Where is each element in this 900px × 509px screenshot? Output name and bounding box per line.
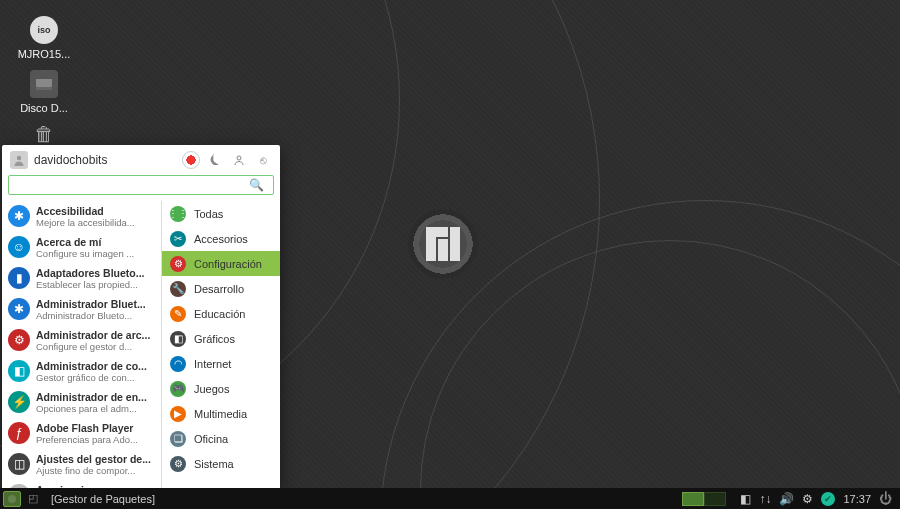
app-desc: Configure el gestor d... — [36, 341, 150, 352]
svg-point-2 — [17, 156, 21, 160]
avatar-icon[interactable] — [10, 151, 28, 169]
desktop-icon-label: Disco D... — [16, 102, 72, 114]
power-icon[interactable]: ⏻ — [879, 491, 892, 506]
taskbar-window-button[interactable]: [Gestor de Paquetes] — [45, 491, 161, 507]
app-item[interactable]: ▮ Adaptadores Blueto... Establecer las p… — [2, 263, 161, 294]
app-item[interactable]: ✱ Accesibilidad Mejore la accesibilida..… — [2, 201, 161, 232]
category-icon: ⚙ — [170, 456, 186, 472]
app-desc: Configure su imagen ... — [36, 248, 134, 259]
apps-column[interactable]: ✱ Accesibilidad Mejore la accesibilida..… — [2, 201, 162, 490]
desktop-icon-disc[interactable]: iso MJRO15... — [16, 16, 72, 60]
category-label: Desarrollo — [194, 283, 244, 295]
search-icon: 🔍 — [249, 178, 264, 192]
logout-button[interactable]: ⎋ — [254, 151, 272, 169]
category-icon: ❏ — [170, 431, 186, 447]
switch-user-button[interactable] — [230, 151, 248, 169]
app-name: Administrador Bluet... — [36, 298, 146, 310]
workspace-1[interactable] — [682, 492, 704, 506]
category-label: Gráficos — [194, 333, 235, 345]
category-icon: ◠ — [170, 356, 186, 372]
app-desc: Mejore la accesibilida... — [36, 217, 135, 228]
trash-icon: 🗑 — [30, 120, 58, 148]
app-name: Ajustes del gestor de... — [36, 453, 151, 465]
category-label: Todas — [194, 208, 223, 220]
app-item[interactable]: ƒ Adobe Flash Player Preferencias para A… — [2, 418, 161, 449]
category-icon: ⋮⋮ — [170, 206, 186, 222]
app-item[interactable]: ☺ Acerca de mí Configure su imagen ... — [2, 232, 161, 263]
app-name: Administrador de en... — [36, 391, 147, 403]
app-desc: Gestor gráfico de con... — [36, 372, 147, 383]
category-item[interactable]: ◧ Gráficos — [162, 326, 280, 351]
category-item[interactable]: ▶ Multimedia — [162, 401, 280, 426]
app-name: Administrador de co... — [36, 360, 147, 372]
app-item[interactable]: ◫ Ajustes del gestor de... Ajuste fino d… — [2, 449, 161, 480]
app-name: Administrador de arc... — [36, 329, 150, 341]
app-icon: ⚡ — [8, 391, 30, 413]
app-icon: ⚙ — [8, 329, 30, 351]
category-icon: ✎ — [170, 306, 186, 322]
app-item[interactable]: ✱ Administrador Bluet... Administrador B… — [2, 294, 161, 325]
app-name: Accesibilidad — [36, 205, 135, 217]
desktop-icon-drive[interactable]: Disco D... — [16, 70, 72, 114]
network-icon[interactable]: ↑↓ — [759, 492, 771, 506]
workspace-2[interactable] — [704, 492, 726, 506]
settings-icon[interactable]: ⚙ — [802, 492, 813, 506]
app-name: Acerca de mí — [36, 236, 134, 248]
svg-point-3 — [237, 156, 241, 160]
search-box: 🔍 — [8, 175, 274, 195]
app-icon: ƒ — [8, 422, 30, 444]
app-icon: ☺ — [8, 236, 30, 258]
app-name: Adaptadores Blueto... — [36, 267, 145, 279]
volume-icon[interactable]: 🔊 — [779, 492, 794, 506]
category-label: Sistema — [194, 458, 234, 470]
app-item[interactable]: ◧ Administrador de co... Gestor gráfico … — [2, 356, 161, 387]
category-item[interactable]: 🔧 Desarrollo — [162, 276, 280, 301]
category-item[interactable]: ❏ Oficina — [162, 426, 280, 451]
category-label: Internet — [194, 358, 231, 370]
category-icon: ✂ — [170, 231, 186, 247]
tray-app-icon[interactable]: ◧ — [740, 492, 751, 506]
app-item[interactable]: ⚙ Administrador de arc... Configure el g… — [2, 325, 161, 356]
category-icon: 🔧 — [170, 281, 186, 297]
update-icon[interactable]: ✔ — [821, 492, 835, 506]
category-item[interactable]: ⋮⋮ Todas — [162, 201, 280, 226]
app-desc: Administrador Blueto... — [36, 310, 146, 321]
desktop-icon-label: MJRO15... — [16, 48, 72, 60]
menu-username: davidochobits — [34, 153, 176, 167]
category-label: Oficina — [194, 433, 228, 445]
manjaro-logo — [408, 209, 478, 279]
start-button[interactable] — [3, 491, 21, 507]
category-icon: 🎮 — [170, 381, 186, 397]
system-tray: ◧ ↑↓ 🔊 ⚙ ✔ 17:37 ⏻ — [740, 491, 900, 506]
disc-icon: iso — [30, 16, 58, 44]
categories-column[interactable]: ⋮⋮ Todas✂ Accesorios⚙ Configuración🔧 Des… — [162, 201, 280, 490]
show-desktop-icon[interactable]: ◰ — [25, 492, 41, 505]
category-item[interactable]: ✎ Educación — [162, 301, 280, 326]
app-desc: Opciones para el adm... — [36, 403, 147, 414]
category-item[interactable]: ✂ Accesorios — [162, 226, 280, 251]
category-item[interactable]: 🎮 Juegos — [162, 376, 280, 401]
app-item[interactable]: ⚡ Administrador de en... Opciones para e… — [2, 387, 161, 418]
app-desc: Preferencias para Ado... — [36, 434, 138, 445]
svg-rect-1 — [36, 87, 52, 90]
category-item[interactable]: ⚙ Sistema — [162, 451, 280, 476]
category-label: Educación — [194, 308, 245, 320]
settings-button[interactable] — [182, 151, 200, 169]
drive-icon — [30, 70, 58, 98]
taskbar: ◰ [Gestor de Paquetes] ◧ ↑↓ 🔊 ⚙ ✔ 17:37 … — [0, 488, 900, 509]
search-input[interactable] — [8, 175, 274, 195]
category-label: Juegos — [194, 383, 229, 395]
category-icon: ⚙ — [170, 256, 186, 272]
app-desc: Establecer las propied... — [36, 279, 145, 290]
lock-button[interactable]: ⏾ — [206, 151, 224, 169]
category-item[interactable]: ◠ Internet — [162, 351, 280, 376]
app-icon: ✱ — [8, 205, 30, 227]
category-item[interactable]: ⚙ Configuración — [162, 251, 280, 276]
category-icon: ▶ — [170, 406, 186, 422]
whisker-menu: davidochobits ⏾ ⎋ 🔍 ✱ Accesibilidad Mejo… — [2, 145, 280, 490]
workspace-switcher[interactable] — [682, 492, 726, 506]
menu-header: davidochobits ⏾ ⎋ — [2, 145, 280, 175]
clock[interactable]: 17:37 — [843, 493, 871, 505]
app-name: Adobe Flash Player — [36, 422, 138, 434]
category-label: Accesorios — [194, 233, 248, 245]
